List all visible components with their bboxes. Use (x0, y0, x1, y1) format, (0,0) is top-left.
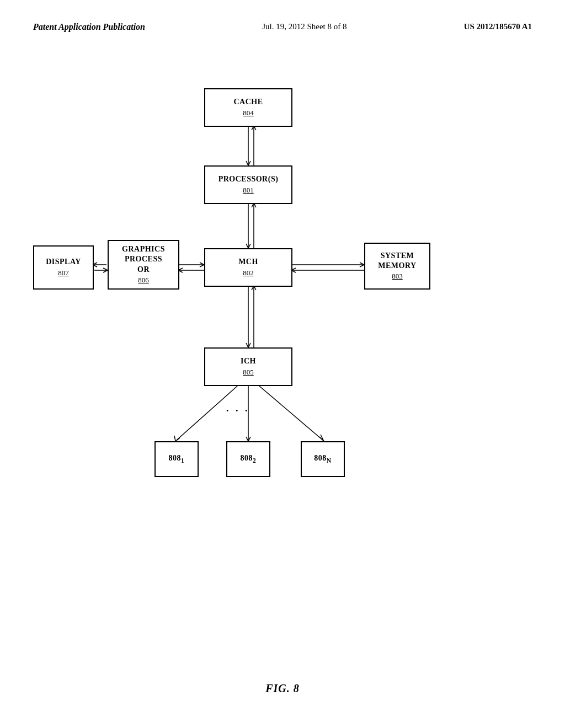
dots-label: · · · (226, 405, 250, 417)
date-sheet: Jul. 19, 2012 Sheet 8 of 8 (262, 22, 347, 31)
display-box: DISPLAY 807 (33, 245, 94, 290)
page-header: Patent Application Publication Jul. 19, … (0, 0, 565, 32)
publication-label: Patent Application Publication (33, 22, 145, 32)
patent-number: US 2012/185670 A1 (464, 22, 532, 31)
processor-ref: 801 (243, 186, 254, 195)
cache-ref: 804 (243, 109, 254, 118)
graphics-ref: 806 (138, 276, 149, 285)
ich-label: ICH (241, 356, 256, 366)
808-1-box: 8081 (154, 441, 199, 477)
808-2-label: 8082 (241, 453, 257, 465)
system-memory-label: SYSTEMMEMORY (378, 251, 416, 271)
system-memory-ref: 803 (392, 272, 403, 281)
svg-line-14 (259, 386, 323, 440)
808-n-box: 808N (301, 441, 345, 477)
graphics-label: GRAPHICSPROCESSOR (122, 244, 165, 275)
808-2-box: 8082 (226, 441, 270, 477)
figure-label: FIG. 8 (265, 682, 300, 695)
cache-label: CACHE (233, 97, 263, 107)
display-label: DISPLAY (46, 257, 81, 267)
ich-box: ICH 805 (204, 347, 292, 386)
808-n-label: 808N (314, 453, 331, 465)
cache-box: CACHE 804 (204, 88, 292, 127)
arrows-svg (0, 77, 565, 601)
processor-box: PROCESSOR(S) 801 (204, 165, 292, 204)
808-1-label: 8081 (169, 453, 185, 465)
ich-ref: 805 (243, 368, 254, 377)
mch-label: MCH (238, 257, 258, 267)
diagram-container: CACHE 804 PROCESSOR(S) 801 MCH 802 ICH 8… (0, 77, 565, 601)
mch-ref: 802 (243, 269, 254, 278)
system-memory-box: SYSTEMMEMORY 803 (364, 243, 430, 290)
graphics-box: GRAPHICSPROCESSOR 806 (108, 240, 179, 290)
display-ref: 807 (58, 269, 69, 278)
processor-label: PROCESSOR(S) (218, 174, 279, 184)
mch-box: MCH 802 (204, 248, 292, 287)
